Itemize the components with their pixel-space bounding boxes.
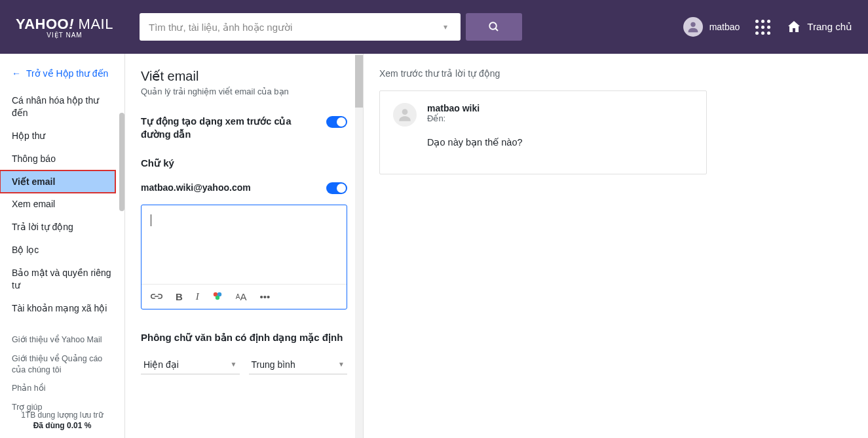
preview-header: matbao wiki Đến: (393, 103, 693, 127)
header-right: matbao Trang chủ (683, 17, 852, 37)
signature-editor: B I AA ••• (141, 205, 347, 309)
apps-menu-icon[interactable] (755, 20, 770, 35)
font-size-icon[interactable]: AA (236, 291, 247, 302)
svg-point-2 (690, 22, 695, 27)
settings-sidebar: ← Trở về Hộp thư đến Cá nhân hóa hộp thư… (0, 54, 124, 438)
italic-icon[interactable]: I (196, 291, 199, 302)
font-family-select[interactable]: Hiện đại▼ (141, 355, 240, 374)
brand-logo[interactable]: YAHOO! MAIL VIỆT NAM (16, 16, 113, 39)
settings-subtitle: Quản lý trải nghiệm viết email của bạn (141, 87, 347, 96)
sidebar-item-personalize[interactable]: Cá nhân hóa hộp thư đến (0, 89, 124, 125)
settings-scrollbar-thumb[interactable] (355, 55, 363, 108)
settings-panel: Viết email Quản lý trải nghiệm viết emai… (124, 54, 364, 438)
chevron-down-icon: ▼ (338, 361, 345, 368)
arrow-left-icon: ← (12, 68, 21, 79)
storage-info: 1TB dung lượng lưu trữ Đã dùng 0.01 % (0, 410, 124, 430)
sidebar-item-security[interactable]: Bảo mật và quyền riêng tư (0, 262, 124, 297)
signature-toolbar: B I AA ••• (142, 284, 347, 309)
signature-textarea[interactable] (142, 205, 347, 284)
sidebar-item-view[interactable]: Xem email (0, 193, 124, 216)
search-bar: ▾ (140, 13, 522, 41)
sidebar-feedback[interactable]: Phản hồi (0, 379, 124, 398)
back-to-inbox[interactable]: ← Trở về Hộp thư đến (0, 68, 124, 89)
sidebar-item-notifications[interactable]: Thông báo (0, 148, 124, 170)
preview-card: matbao wiki Đến: Dạo này bạn thế nào? (379, 90, 707, 174)
search-chevron-icon[interactable]: ▾ (440, 22, 451, 31)
home-link[interactable]: Trang chủ (786, 19, 852, 35)
avatar-icon (686, 20, 700, 34)
signature-toggle[interactable] (326, 182, 347, 194)
more-icon[interactable]: ••• (260, 291, 271, 302)
auto-preview-toggle[interactable] (326, 116, 347, 128)
search-button[interactable] (466, 13, 522, 41)
preview-from: matbao wiki (427, 103, 480, 113)
preview-title: Xem trước thư trả lời tự động (379, 68, 852, 79)
sidebar-about-mail[interactable]: Giới thiệu về Yahoo Mail (0, 330, 124, 349)
app-header: YAHOO! MAIL VIỆT NAM ▾ matbao Trang chủ (0, 0, 868, 54)
preview-panel: Xem trước thư trả lời tự động matbao wik… (364, 54, 868, 438)
signature-header: Chữ ký (141, 157, 347, 169)
settings-scrollbar-track[interactable] (355, 54, 363, 438)
user-name[interactable]: matbao (709, 22, 740, 32)
svg-line-1 (495, 28, 498, 31)
sidebar-item-filters[interactable]: Bộ lọc (0, 239, 124, 262)
search-icon (488, 21, 500, 33)
svg-point-6 (402, 109, 408, 115)
avatar-icon (396, 106, 413, 123)
sidebar-about-ads[interactable]: Giới thiệu về Quảng cáo của chúng tôi (0, 349, 124, 380)
search-input[interactable] (149, 22, 440, 33)
sidebar-item-compose[interactable]: Viết email (0, 170, 115, 193)
signature-account-row: matbao.wiki@yahoo.com (141, 181, 347, 194)
font-header: Phông chữ văn bản có định dạng mặc định (141, 332, 347, 344)
svg-point-5 (216, 296, 219, 300)
home-icon (786, 19, 802, 35)
font-size-select[interactable]: Trung bình▼ (249, 355, 348, 374)
preview-to: Đến: (427, 113, 480, 123)
app-body: ← Trở về Hộp thư đến Cá nhân hóa hộp thư… (0, 54, 868, 438)
sidebar-item-mailbox[interactable]: Hộp thư (0, 125, 124, 148)
preview-body: Dạo này bạn thế nào? (393, 137, 693, 148)
svg-point-0 (489, 22, 497, 30)
settings-title: Viết email (141, 68, 347, 84)
auto-preview-label: Tự động tạo dạng xem trước của đường dẫn (141, 115, 305, 142)
search-box[interactable]: ▾ (140, 13, 461, 41)
preview-avatar (393, 103, 417, 127)
user-avatar[interactable] (683, 17, 703, 37)
auto-preview-row: Tự động tạo dạng xem trước của đường dẫn (141, 115, 347, 142)
sidebar-item-autoreply[interactable]: Trả lời tự động (0, 216, 124, 239)
font-selectors: Hiện đại▼ Trung bình▼ (141, 355, 347, 374)
bold-icon[interactable]: B (176, 291, 183, 302)
chevron-down-icon: ▼ (231, 361, 237, 368)
sidebar-scrollbar[interactable] (119, 113, 124, 211)
link-icon[interactable] (151, 292, 162, 300)
color-icon[interactable] (212, 291, 223, 302)
sidebar-item-social[interactable]: Tài khoản mạng xã hội (0, 297, 124, 320)
signature-email: matbao.wiki@yahoo.com (141, 182, 251, 193)
